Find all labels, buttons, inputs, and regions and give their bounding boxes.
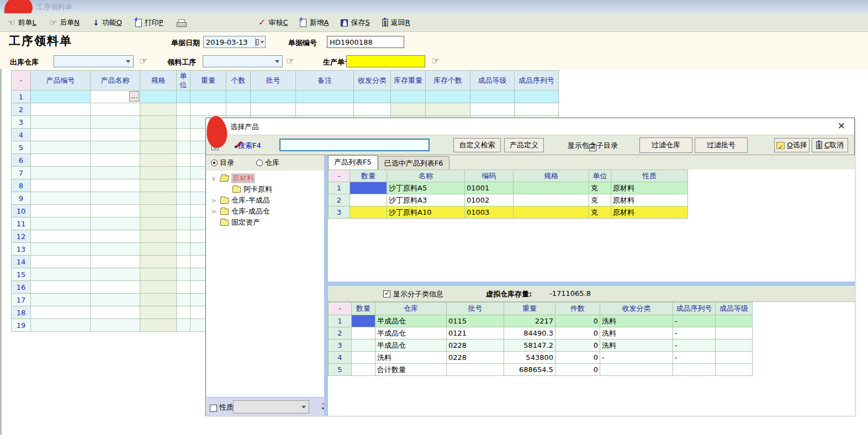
cell[interactable]: 半成品仓 (375, 339, 447, 352)
cell[interactable] (352, 352, 375, 364)
radio-directory[interactable]: 目录 (211, 158, 234, 168)
cell[interactable]: 沙丁原料A10 (387, 206, 465, 219)
cell[interactable] (514, 194, 589, 206)
cell[interactable] (251, 103, 296, 116)
filter-warehouse-button[interactable]: 过滤仓库 (639, 137, 692, 153)
row-number[interactable]: 18 (12, 306, 31, 319)
cell[interactable] (177, 256, 190, 268)
cell[interactable] (91, 230, 140, 243)
cell[interactable] (91, 167, 140, 179)
cell[interactable]: 688654.5 (504, 364, 555, 376)
date-field[interactable]: 2019-03-13 (203, 36, 266, 48)
cell[interactable]: - (600, 352, 673, 364)
cell[interactable] (447, 364, 504, 376)
cell[interactable] (31, 129, 91, 141)
cell[interactable]: 沙丁原料A3 (387, 194, 465, 206)
cell[interactable] (31, 268, 91, 281)
cell[interactable] (251, 91, 296, 103)
cell[interactable]: 0 (555, 352, 600, 364)
cell[interactable] (31, 294, 91, 306)
cell[interactable] (470, 103, 515, 116)
tab-selected-list[interactable]: 已选中产品列表F6 (378, 156, 449, 169)
cell[interactable]: 沙丁原料A5 (387, 182, 465, 194)
cell[interactable]: 半成品仓 (375, 315, 447, 327)
cell[interactable] (426, 91, 470, 103)
row-number[interactable]: 19 (12, 319, 31, 332)
cell[interactable] (177, 129, 190, 141)
cell[interactable] (140, 230, 177, 243)
row-number[interactable]: 12 (12, 230, 31, 243)
cell[interactable] (514, 206, 589, 219)
cell[interactable] (354, 103, 391, 116)
cell[interactable] (91, 243, 140, 256)
cell[interactable] (140, 91, 177, 103)
close-icon[interactable]: ✕ (838, 120, 845, 131)
show-detail-checkbox[interactable] (383, 290, 390, 298)
warehouse-dropdown-arrow[interactable] (123, 56, 133, 66)
cell[interactable] (226, 103, 251, 116)
cell[interactable] (177, 154, 190, 167)
cell[interactable] (177, 192, 190, 205)
cell[interactable] (177, 217, 190, 230)
printer-button[interactable] (177, 19, 186, 26)
warehouse-dropdown[interactable] (54, 55, 134, 67)
cell[interactable] (91, 192, 140, 205)
cell[interactable] (177, 319, 190, 332)
cell[interactable]: 0228 (447, 352, 504, 364)
cell[interactable] (190, 103, 226, 116)
cell[interactable] (31, 217, 91, 230)
cell[interactable]: 3 (329, 339, 352, 352)
cell[interactable]: 洗料 (600, 315, 673, 327)
product-define-button[interactable]: 产品定义 (504, 138, 544, 152)
cell[interactable] (716, 327, 753, 339)
cell[interactable]: - (673, 315, 716, 327)
tab-product-list[interactable]: 产品列表F5 (328, 155, 378, 169)
chevron-right-icon[interactable]: > (210, 197, 218, 204)
row-number[interactable]: 13 (12, 243, 31, 256)
cell[interactable] (226, 91, 251, 103)
cell[interactable] (177, 281, 190, 294)
cell[interactable] (91, 116, 140, 129)
row-number[interactable]: 10 (12, 205, 31, 217)
next-doc-button[interactable]: ☞后单N (50, 18, 80, 28)
cell[interactable] (31, 230, 91, 243)
cell[interactable]: - (673, 327, 716, 339)
cell[interactable]: 84490.3 (504, 327, 555, 339)
row-number[interactable]: 6 (12, 154, 31, 167)
row-number[interactable]: 3 (12, 116, 31, 129)
cell[interactable] (470, 91, 515, 103)
cell[interactable] (140, 243, 177, 256)
cell[interactable]: 洗料 (375, 352, 447, 364)
search-link[interactable]: 搜索F4 (238, 141, 261, 151)
cell[interactable] (31, 167, 91, 179)
lookup-ellipsis-button[interactable]: … (129, 91, 139, 102)
cell[interactable] (600, 364, 673, 376)
cell[interactable]: 3 (329, 206, 350, 219)
cell[interactable] (177, 141, 190, 154)
cell[interactable] (140, 141, 177, 154)
process-dropdown[interactable] (203, 55, 283, 67)
nature-dropdown[interactable] (233, 400, 309, 413)
prod-order-field[interactable] (346, 55, 425, 67)
cell[interactable]: 原材料 (611, 194, 688, 206)
cell[interactable]: 543800 (504, 352, 555, 364)
cell[interactable] (31, 192, 91, 205)
cell[interactable] (391, 103, 426, 116)
row-number[interactable]: 2 (12, 103, 31, 116)
cell[interactable]: 0121 (447, 327, 504, 339)
cell[interactable] (91, 281, 140, 294)
cell[interactable] (177, 91, 190, 103)
cell[interactable] (140, 268, 177, 281)
cell[interactable] (91, 141, 140, 154)
cell[interactable]: 克 (589, 206, 611, 219)
cell[interactable]: 5 (329, 364, 352, 376)
cell[interactable] (140, 205, 177, 217)
search-input[interactable] (279, 139, 430, 151)
tree-item[interactable]: ∨原材料 (207, 173, 324, 184)
cell[interactable] (31, 256, 91, 268)
cell[interactable] (31, 141, 91, 154)
cell[interactable] (140, 306, 177, 319)
cell[interactable] (91, 179, 140, 192)
cell[interactable] (31, 116, 91, 129)
vertical-splitter[interactable] (324, 155, 328, 416)
